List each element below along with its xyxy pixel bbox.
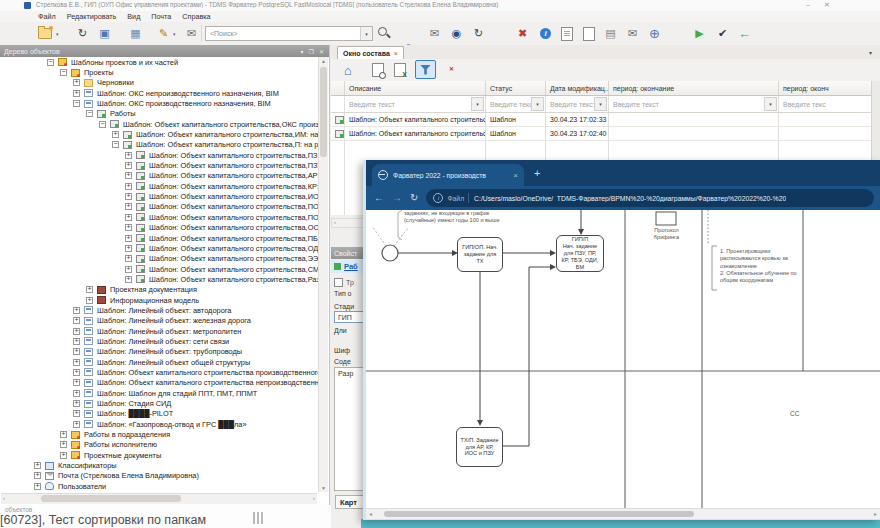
expand-icon[interactable]: + [34, 462, 41, 469]
screen-view-button[interactable] [96, 25, 113, 42]
menu-mail[interactable]: Почта [151, 12, 171, 21]
collapse-icon[interactable]: − [86, 110, 93, 117]
new-folder-dropdown-icon[interactable]: ▾ [56, 31, 59, 37]
menu-help[interactable]: Справка [182, 12, 210, 21]
tab-close-icon[interactable]: × [513, 171, 518, 180]
search-combobox[interactable]: <Поиск> ▾ [205, 26, 373, 41]
column-description[interactable]: Описание [345, 81, 486, 95]
tree-item[interactable]: +Шаблон: Линейный объект: сети связи [0, 336, 318, 346]
tree-item[interactable]: +Шаблон: Линейный объект: трубопроводы [0, 347, 318, 357]
task-tx-p[interactable]: ТХ/П. Задание для АР, КР, ИОС и ПЗУ [456, 427, 503, 467]
tree-item[interactable]: +Шаблон: Объект капитального строительст… [0, 274, 318, 284]
expand-icon[interactable]: + [73, 348, 80, 355]
tree-item[interactable]: +Работы исполнителю [0, 440, 318, 450]
filter-period-end[interactable]: Введите текст▾ [609, 96, 779, 112]
expand-icon[interactable]: + [112, 131, 119, 138]
expand-icon[interactable]: + [73, 359, 80, 366]
tree-item[interactable]: +Проектная документация [0, 285, 318, 295]
expand-icon[interactable]: + [86, 297, 93, 304]
expand-icon[interactable]: + [73, 410, 80, 417]
column-period-end[interactable]: период: окончание [609, 81, 779, 95]
page-info-icon[interactable]: i [433, 193, 443, 203]
task-gip-op[interactable]: ГИП/ОП. Нач. задание для ТХ [457, 237, 503, 272]
expand-icon[interactable]: + [34, 472, 41, 479]
tree-item[interactable]: +Шаблон: Стадия СИД [0, 398, 318, 408]
expand-icon[interactable]: + [125, 152, 132, 159]
reload-icon[interactable]: ↻ [410, 193, 418, 203]
tree-item[interactable]: +Шаблон: Объект капитального строительст… [0, 243, 318, 253]
tree-item[interactable]: −Проекты [0, 67, 318, 77]
tree-item[interactable]: +Классификаторы [0, 460, 318, 470]
approve-button[interactable] [714, 25, 731, 42]
tree-item[interactable]: +Шаблон: Объект капитального строительст… [0, 212, 318, 222]
filter-dropdown-icon[interactable]: ▾ [594, 97, 607, 111]
tree-item[interactable]: +Шаблон: Объект капитального строительст… [0, 181, 318, 191]
tree-item[interactable]: +Шаблон: Объект капитального строительст… [0, 223, 318, 233]
collapse-icon[interactable]: − [112, 141, 119, 148]
table-horizontal-scrollbar[interactable]: ‹ [331, 218, 363, 228]
scroll-down-icon[interactable]: ▼ [319, 485, 328, 491]
filter-description[interactable]: Введите текст▾ [345, 96, 486, 112]
delete-button[interactable] [514, 25, 531, 42]
expand-icon[interactable]: + [73, 79, 80, 86]
tree-item[interactable]: +Шаблон: Объект капитального строительст… [0, 378, 318, 388]
tree-item[interactable]: −Шаблон: Объект капитального строительст… [0, 119, 318, 129]
tree-item[interactable]: −Шаблон: ОКС производственного назначени… [0, 98, 318, 108]
gip-field[interactable]: ГИП [334, 311, 363, 323]
browser-horizontal-scrollbar[interactable]: ◂ ▸ [366, 508, 880, 519]
expand-icon[interactable]: + [125, 266, 132, 273]
edit-message-button[interactable] [155, 25, 172, 42]
address-bar[interactable]: i Файл C:/Users/maslo/OneDrive/_TDMS-Фар… [426, 189, 874, 207]
search-dropdown-icon[interactable]: ▾ [360, 27, 372, 40]
menu-file[interactable]: Файл [38, 12, 56, 21]
scroll-thumb[interactable] [41, 495, 181, 502]
tab-composition[interactable]: Окно состава × [337, 46, 404, 60]
export-excel-button[interactable] [391, 61, 409, 79]
expand-icon[interactable]: + [34, 483, 41, 490]
tree-item[interactable]: +Шаблон: ОКС непроизводственного назначе… [0, 88, 318, 98]
expand-icon[interactable]: + [125, 276, 132, 283]
preview-button[interactable] [369, 61, 387, 79]
reload-button[interactable] [470, 25, 487, 42]
panel-menu-icon[interactable]: ▾ [301, 48, 304, 55]
tree-item[interactable]: +Информационная модель [0, 295, 318, 305]
forward-icon[interactable]: → [392, 193, 402, 203]
table-row[interactable]: Шаблон: Объект капитального строительс..… [331, 113, 880, 127]
go-back-button[interactable] [736, 25, 753, 42]
edit-message-dropdown-icon[interactable]: ▾ [173, 31, 176, 37]
filter-dropdown-icon[interactable]: ▾ [531, 97, 544, 111]
tree-item[interactable]: +Проектные документы [0, 450, 318, 460]
new-folder-button[interactable] [36, 25, 53, 42]
home-button[interactable] [339, 61, 357, 79]
tree-item[interactable]: +Шаблон: Объект капитального строительст… [0, 254, 318, 264]
close-button[interactable]: ✕ [824, 0, 830, 10]
panel-close-icon[interactable]: ✕ [319, 48, 324, 55]
tree-vertical-scrollbar[interactable]: ▲ ▼ [318, 57, 328, 492]
panel-pin-icon[interactable]: ❐ [309, 48, 314, 55]
scroll-right-icon[interactable]: ▸ [874, 510, 877, 517]
tree-item[interactable]: +Шаблон: Объект капитального строительст… [0, 191, 318, 201]
expand-icon[interactable]: + [125, 193, 132, 200]
mail-search-button[interactable] [426, 25, 443, 42]
browser-tab[interactable]: Фарватер 2022 - производств × [372, 164, 524, 186]
expand-icon[interactable]: + [73, 338, 80, 345]
expand-icon[interactable]: + [73, 90, 80, 97]
scroll-up-icon[interactable]: ▲ [319, 58, 328, 64]
collapse-icon[interactable]: − [47, 59, 54, 66]
expand-icon[interactable]: + [125, 245, 132, 252]
checkbox-icon[interactable] [334, 278, 343, 287]
tree-item[interactable]: +Работы в подразделения [0, 429, 318, 439]
tree-item[interactable]: +Пользователи [0, 481, 318, 491]
task-gip-p[interactable]: ГИП/П Нач. задание для ПЗУ, ПР, КР, ТБЭ,… [556, 235, 604, 272]
run-button[interactable] [691, 25, 708, 42]
info-button[interactable] [537, 25, 554, 42]
document-check-button[interactable] [558, 25, 575, 42]
menu-edit[interactable]: Редактировать [67, 12, 117, 21]
expand-icon[interactable]: + [73, 369, 80, 376]
expand-icon[interactable]: + [73, 379, 80, 386]
expand-icon[interactable]: + [73, 317, 80, 324]
tree-item[interactable]: +Шаблон: ████-PILOT [0, 409, 318, 419]
refresh-button[interactable] [74, 25, 91, 42]
clipboard-button[interactable] [580, 25, 597, 42]
expand-icon[interactable]: + [60, 441, 67, 448]
